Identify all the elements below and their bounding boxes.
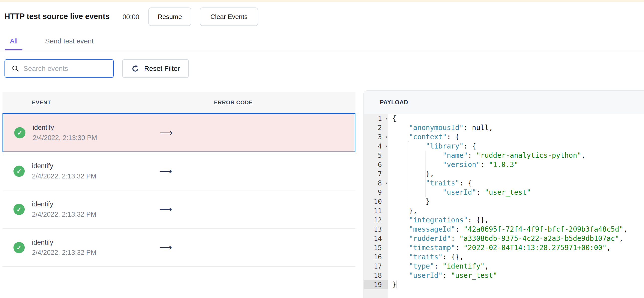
open-event-arrow-icon[interactable]: ⟶ — [160, 128, 173, 138]
json-string-value: "a33086db-9375-4c22-a2a3-b5de9db107ac" — [460, 234, 619, 243]
gutter-line-number: 9 — [364, 188, 388, 197]
gutter-line-number: 13 — [364, 225, 388, 234]
fold-arrow-icon[interactable]: ▾ — [385, 142, 388, 151]
event-row[interactable]: ✓ identify 2/4/2022, 2:13:32 PM ⟶ — [2, 190, 356, 229]
gutter-line-number: 1▾ — [364, 114, 388, 123]
json-punctuation: : — [442, 271, 451, 279]
json-code-line[interactable]: "userId": "user_test" — [392, 188, 644, 197]
json-code-line[interactable]: "context": { — [392, 132, 644, 142]
json-key: "context" — [409, 133, 447, 141]
json-punctuation — [392, 160, 442, 169]
gutter-line-number: 16 — [364, 252, 388, 261]
json-punctuation: , — [606, 244, 611, 252]
json-key: "type" — [409, 262, 434, 270]
json-code-line[interactable]: "rudderId": "a33086db-9375-4c22-a2a3-b5d… — [392, 234, 644, 243]
json-punctuation: , — [623, 225, 628, 233]
json-code-line[interactable]: "library": { — [392, 142, 644, 151]
json-code-line[interactable]: "version": "1.0.3" — [392, 160, 644, 169]
event-name: identify — [33, 124, 97, 132]
event-name: identify — [32, 162, 96, 170]
json-punctuation — [392, 234, 409, 243]
json-punctuation — [392, 225, 409, 233]
json-punctuation: : { — [464, 142, 476, 150]
json-key: "rudderId" — [409, 234, 451, 243]
gutter-line-number: 6 — [364, 160, 388, 169]
json-key: "version" — [442, 160, 480, 169]
event-row[interactable]: ✓ identify 2/4/2022, 2:13:32 PM ⟶ — [2, 152, 356, 190]
json-punctuation — [392, 179, 426, 187]
json-key: "userId" — [442, 188, 476, 196]
payload-header: PAYLOAD — [364, 91, 644, 114]
json-code-line[interactable]: "traits": {}, — [392, 252, 644, 261]
open-event-arrow-icon[interactable]: ⟶ — [159, 204, 172, 215]
json-punctuation: , — [582, 151, 586, 159]
json-code-line[interactable]: "userId": "user_test" — [392, 271, 644, 280]
fold-arrow-icon[interactable]: ▾ — [385, 132, 388, 142]
json-code-line[interactable]: "messageId": "42a8695f-72f4-4f9f-bfcf-20… — [392, 225, 644, 234]
json-code-line[interactable]: { — [392, 114, 644, 123]
json-code-line[interactable]: "type": "identify", — [392, 261, 644, 271]
event-row[interactable]: ✓ identify 2/4/2022, 2:13:32 PM ⟶ — [2, 229, 356, 267]
event-timestamp: 2/4/2022, 2:13:32 PM — [32, 249, 96, 256]
event-text: identify 2/4/2022, 2:13:30 PM — [33, 124, 97, 142]
tab-send-test-event[interactable]: Send test event — [44, 33, 95, 50]
success-check-icon: ✓ — [14, 242, 25, 253]
gutter-line-number: 17 — [364, 261, 388, 271]
open-event-arrow-icon[interactable]: ⟶ — [159, 242, 172, 253]
event-row-inner: ✓ identify 2/4/2022, 2:13:32 PM ⟶ — [2, 190, 356, 228]
payload-json-editor[interactable]: 1▾23▾4▾5678▾910111213141516171819 { "ano… — [364, 114, 644, 298]
json-string-value: "1.0.3" — [489, 160, 518, 169]
event-text: identify 2/4/2022, 2:13:32 PM — [32, 239, 96, 256]
resume-button[interactable]: Resume — [148, 8, 191, 26]
success-check-icon: ✓ — [14, 204, 25, 215]
fold-arrow-icon[interactable]: ▾ — [385, 114, 388, 123]
json-punctuation: } — [392, 280, 396, 289]
json-key: "name" — [442, 151, 468, 159]
json-punctuation: } — [392, 197, 430, 206]
json-key: "traits" — [426, 179, 460, 187]
json-punctuation — [392, 216, 409, 224]
tab-all[interactable]: All — [5, 33, 22, 50]
json-punctuation — [392, 142, 426, 150]
json-punctuation — [392, 271, 409, 279]
gutter-line-number: 14 — [364, 234, 388, 243]
gutter-line-number: 18 — [364, 271, 388, 280]
json-key: "traits" — [409, 253, 442, 261]
gutter-line-number: 11 — [364, 206, 388, 215]
open-event-arrow-icon[interactable]: ⟶ — [159, 166, 172, 176]
search-events-box — [4, 59, 114, 78]
reset-filter-button[interactable]: Reset Filter — [122, 59, 189, 78]
json-code-line[interactable]: "timestamp": "2022-02-04T14:13:28.275971… — [392, 243, 644, 252]
event-timestamp: 2/4/2022, 2:13:32 PM — [32, 211, 96, 218]
gutter-line-number: 19 — [364, 280, 388, 289]
json-punctuation — [392, 151, 442, 159]
event-name: identify — [32, 200, 96, 208]
json-punctuation: : — [476, 188, 484, 196]
json-code-line[interactable]: "anonymousId": null, — [392, 123, 644, 132]
json-key: "timestamp" — [409, 244, 455, 252]
success-check-icon: ✓ — [14, 127, 26, 139]
tab-bar: All Send test event — [0, 33, 644, 50]
event-name: identify — [32, 239, 96, 246]
json-code-line[interactable]: } — [392, 197, 644, 206]
json-string-value: "identify" — [442, 262, 484, 270]
fold-arrow-icon[interactable]: ▾ — [385, 178, 388, 188]
json-punctuation: : {}, — [442, 253, 464, 261]
json-punctuation: { — [392, 114, 396, 123]
gutter-line-number: 2 — [364, 123, 388, 132]
json-code-line[interactable]: }, — [392, 169, 644, 178]
json-string-value: "user_test" — [451, 271, 497, 279]
event-text: identify 2/4/2022, 2:13:32 PM — [32, 200, 96, 218]
json-code-line[interactable]: "integrations": {}, — [392, 215, 644, 225]
editor-code-area[interactable]: { "anonymousId": null, "context": { "lib… — [388, 114, 644, 298]
reset-filter-label: Reset Filter — [144, 65, 180, 73]
event-text: identify 2/4/2022, 2:13:32 PM — [32, 162, 96, 180]
json-code-line[interactable]: "traits": { — [392, 178, 644, 188]
search-events-input[interactable] — [24, 65, 108, 73]
json-code-line[interactable]: } — [392, 280, 644, 289]
json-punctuation: : — [434, 262, 443, 270]
json-code-line[interactable]: "name": "rudder-analytics-python", — [392, 151, 644, 160]
event-row[interactable]: ✓ identify 2/4/2022, 2:13:30 PM ⟶ — [2, 113, 356, 152]
clear-events-button[interactable]: Clear Events — [200, 8, 258, 26]
json-code-line[interactable]: }, — [392, 206, 644, 215]
